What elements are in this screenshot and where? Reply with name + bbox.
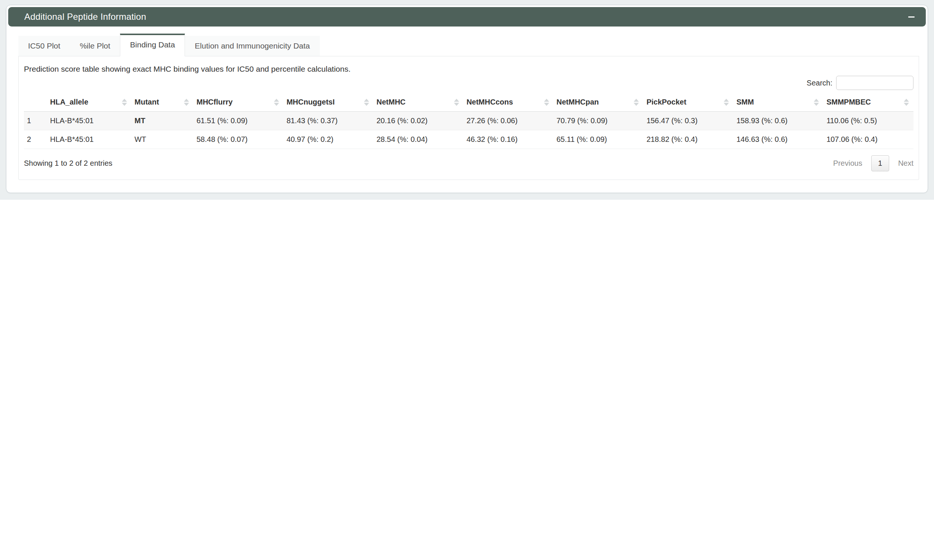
cell-pickpocket: 156.47 (%: 0.3) bbox=[643, 112, 734, 130]
minimize-button[interactable] bbox=[905, 13, 917, 21]
table-row: 2 HLA-B*45:01 WT 58.48 (%: 0.07) 40.97 (… bbox=[24, 130, 914, 149]
next-button[interactable]: Next bbox=[898, 159, 914, 168]
sort-icon bbox=[904, 98, 909, 106]
cell-mutant: WT bbox=[131, 130, 194, 149]
table-row: 1 HLA-B*45:01 MT 61.51 (%: 0.09) 81.43 (… bbox=[24, 112, 914, 130]
search-row: Search: bbox=[24, 76, 914, 90]
minimize-icon bbox=[908, 17, 915, 17]
header-mutant[interactable]: Mutant bbox=[131, 93, 194, 112]
sort-icon bbox=[274, 98, 279, 106]
sort-icon bbox=[724, 98, 729, 106]
sort-icon bbox=[814, 98, 819, 106]
cell-pickpocket: 218.82 (%: 0.4) bbox=[643, 130, 734, 149]
search-input[interactable] bbox=[836, 76, 914, 90]
cell-netmhcpan: 65.11 (%: 0.09) bbox=[554, 130, 644, 149]
sort-icon bbox=[544, 98, 549, 106]
tab-binding-data[interactable]: Binding Data bbox=[120, 34, 185, 56]
binding-data-table: HLA_allele Mutant MHCflurry MHCnuggetsI … bbox=[24, 93, 914, 149]
header-netmhcpan[interactable]: NetMHCpan bbox=[554, 93, 644, 112]
sort-icon bbox=[184, 98, 189, 106]
additional-peptide-info-panel: Additional Peptide Information IC50 Plot… bbox=[6, 5, 928, 193]
cell-mutant: MT bbox=[131, 112, 194, 130]
table-header-row: HLA_allele Mutant MHCflurry MHCnuggetsI … bbox=[24, 93, 914, 112]
cell-row-number: 1 bbox=[24, 112, 47, 130]
entries-info: Showing 1 to 2 of 2 entries bbox=[24, 159, 113, 168]
binding-data-tab-content: Prediction score table showing exact MHC… bbox=[18, 56, 919, 180]
table-description: Prediction score table showing exact MHC… bbox=[24, 65, 914, 74]
header-netmhccons[interactable]: NetMHCcons bbox=[464, 93, 554, 112]
header-hla-allele[interactable]: HLA_allele bbox=[47, 93, 131, 112]
sort-icon bbox=[122, 98, 127, 106]
cell-mhcnuggetsi: 81.43 (%: 0.37) bbox=[284, 112, 374, 130]
cell-netmhc: 20.16 (%: 0.02) bbox=[374, 112, 464, 130]
cell-mhcnuggetsi: 40.97 (%: 0.2) bbox=[284, 130, 374, 149]
panel-title: Additional Peptide Information bbox=[24, 12, 146, 22]
cell-smm: 146.63 (%: 0.6) bbox=[734, 130, 823, 149]
cell-mhcflurry: 58.48 (%: 0.07) bbox=[194, 130, 284, 149]
tab-bar: IC50 Plot %ile Plot Binding Data Elution… bbox=[18, 34, 919, 56]
tab-ic50-plot[interactable]: IC50 Plot bbox=[18, 36, 70, 56]
header-mhcnuggetsi[interactable]: MHCnuggetsI bbox=[284, 93, 374, 112]
pagination: Previous 1 Next bbox=[833, 155, 914, 171]
tab-elution-immunogenicity-data[interactable]: Elution and Immunogenicity Data bbox=[185, 36, 319, 56]
page-1-button[interactable]: 1 bbox=[871, 155, 889, 171]
panel-header: Additional Peptide Information bbox=[8, 7, 926, 26]
cell-netmhccons: 46.32 (%: 0.16) bbox=[464, 130, 554, 149]
sort-icon bbox=[364, 98, 369, 106]
header-smmpmbec[interactable]: SMMPMBEC bbox=[823, 93, 914, 112]
tab-percentile-plot[interactable]: %ile Plot bbox=[70, 36, 120, 56]
cell-netmhcpan: 70.79 (%: 0.09) bbox=[554, 112, 644, 130]
cell-hla-allele: HLA-B*45:01 bbox=[47, 130, 131, 149]
cell-row-number: 2 bbox=[24, 130, 47, 149]
cell-mhcflurry: 61.51 (%: 0.09) bbox=[194, 112, 284, 130]
header-pickpocket[interactable]: PickPocket bbox=[643, 93, 734, 112]
cell-smmpmbec: 107.06 (%: 0.4) bbox=[823, 130, 914, 149]
header-row-number bbox=[24, 93, 47, 112]
panel-body: IC50 Plot %ile Plot Binding Data Elution… bbox=[6, 28, 928, 192]
table-footer: Showing 1 to 2 of 2 entries Previous 1 N… bbox=[24, 149, 914, 177]
cell-hla-allele: HLA-B*45:01 bbox=[47, 112, 131, 130]
search-label: Search: bbox=[807, 79, 832, 88]
page-background: Additional Peptide Information IC50 Plot… bbox=[0, 0, 934, 200]
cell-smmpmbec: 110.06 (%: 0.5) bbox=[823, 112, 914, 130]
header-smm[interactable]: SMM bbox=[734, 93, 823, 112]
cell-netmhccons: 27.26 (%: 0.06) bbox=[464, 112, 554, 130]
sort-icon bbox=[633, 98, 639, 106]
cell-netmhc: 28.54 (%: 0.04) bbox=[374, 130, 464, 149]
cell-smm: 158.93 (%: 0.6) bbox=[734, 112, 823, 130]
header-netmhc[interactable]: NetMHC bbox=[374, 93, 464, 112]
header-mhcflurry[interactable]: MHCflurry bbox=[194, 93, 284, 112]
previous-button[interactable]: Previous bbox=[833, 159, 862, 168]
sort-icon bbox=[454, 98, 459, 106]
